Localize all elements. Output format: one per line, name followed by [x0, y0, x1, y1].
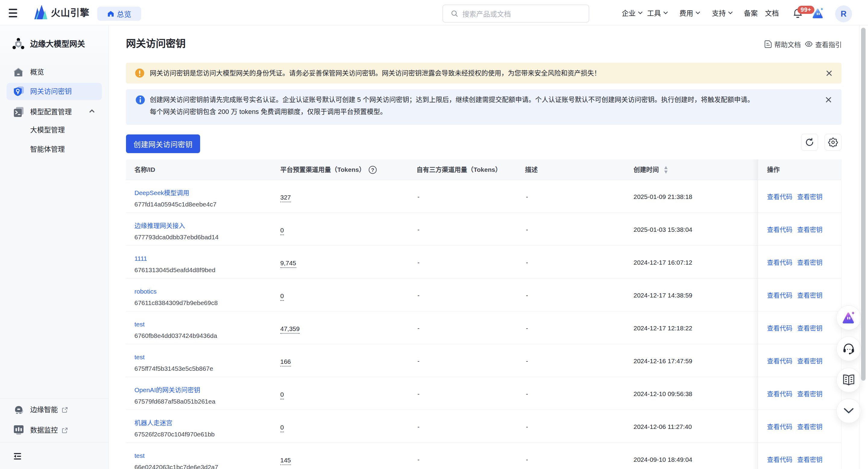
svg-text:?: ?	[371, 167, 374, 173]
